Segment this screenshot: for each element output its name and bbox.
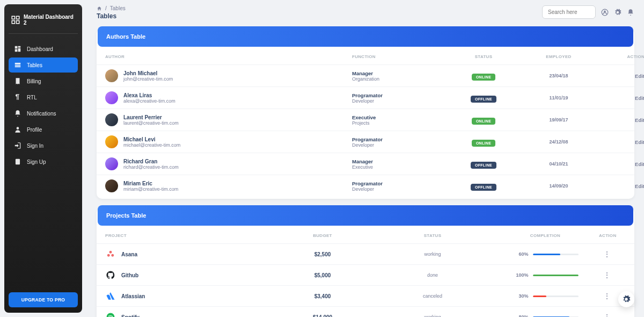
edit-button[interactable]: Edit	[602, 95, 644, 101]
crumb-separator: /	[105, 5, 107, 11]
budget-cell: $5,000	[272, 272, 374, 278]
brand-icon	[11, 15, 20, 25]
bell-icon[interactable]	[627, 9, 634, 16]
col-status: STATUS	[451, 54, 516, 59]
gear-icon[interactable]	[614, 9, 621, 16]
author-name: Michael Levi	[123, 136, 180, 142]
col-pstatus: STATUS	[374, 233, 492, 238]
employed-cell: 19/09/17	[516, 117, 602, 123]
sidebar-item-signup[interactable]: Sign Up	[9, 154, 78, 169]
edit-button[interactable]: Edit	[602, 183, 644, 189]
col-project: PROJECT	[105, 233, 272, 238]
edit-button[interactable]: Edit	[602, 161, 644, 167]
sidebar-item-label: Dashboard	[27, 46, 53, 52]
function-cell: ProgramatorDeveloper	[352, 136, 451, 148]
table-row: Laurent Perrierlaurent@creative-tim.comE…	[97, 109, 634, 131]
function-cell: ProgramatorDeveloper	[352, 92, 451, 104]
role: Manager	[352, 70, 451, 76]
sidebar-item-label: Billing	[27, 78, 41, 84]
status-badge: OFFLINE	[471, 162, 496, 169]
project-cell: Asana	[105, 249, 272, 260]
more-icon[interactable]: ⋮	[599, 292, 615, 300]
author-name: John Michael	[123, 70, 173, 76]
sidebar-item-billing[interactable]: Billing	[9, 74, 78, 89]
project-cell: Github	[105, 270, 272, 280]
svg-rect-1	[17, 16, 19, 19]
project-name: Github	[121, 272, 138, 278]
status-badge: OFFLINE	[471, 184, 496, 191]
role: Executive	[352, 114, 451, 120]
upgrade-button[interactable]: UPGRADE TO PRO	[9, 292, 78, 307]
pstatus-cell: canceled	[374, 293, 492, 299]
receipt-icon	[14, 77, 21, 85]
account-icon[interactable]	[601, 9, 609, 16]
dept: Projects	[352, 120, 451, 126]
pstatus-cell: working	[374, 314, 492, 317]
dashboard-icon	[14, 45, 21, 53]
sidebar-item-profile[interactable]: Profile	[9, 122, 78, 137]
settings-fab[interactable]	[618, 291, 634, 307]
employed-cell: 23/04/18	[516, 73, 602, 78]
status-cell: ONLINE	[451, 115, 516, 125]
home-icon[interactable]	[97, 6, 102, 11]
sidebar-item-rtl[interactable]: RTL	[9, 90, 78, 105]
status-badge: ONLINE	[472, 140, 495, 147]
svg-rect-2	[12, 21, 14, 24]
sidebar-item-label: RTL	[27, 95, 37, 100]
col-paction: ACTION	[599, 233, 615, 238]
avatar	[105, 91, 118, 104]
projects-card-title: Projects Table	[106, 212, 625, 219]
project-cell: Atlassian	[105, 291, 272, 301]
edit-button[interactable]: Edit	[602, 73, 644, 79]
role: Manager	[352, 158, 451, 164]
sidebar-item-label: Notifications	[27, 111, 56, 117]
author-cell: Laurent Perrierlaurent@creative-tim.com	[105, 113, 352, 126]
author-email: john@creative-tim.com	[123, 76, 173, 82]
projects-card-header: Projects Table	[98, 205, 633, 226]
edit-button[interactable]: Edit	[602, 139, 644, 145]
table-row: Michael Levimichael@creative-tim.comProg…	[97, 131, 634, 153]
sidebar-item-label: Profile	[27, 127, 42, 133]
dept: Executive	[352, 164, 451, 170]
projects-card: Projects Table PROJECT BUDGET STATUS COM…	[97, 207, 634, 317]
author-cell: Michael Levimichael@creative-tim.com	[105, 135, 352, 148]
table-row: Spotify$14,000working80%⋮	[97, 306, 634, 317]
more-icon[interactable]: ⋮	[599, 250, 615, 258]
more-icon[interactable]: ⋮	[599, 271, 615, 279]
sidebar-item-dashboard[interactable]: Dashboard	[9, 41, 78, 56]
authors-table: AUTHOR FUNCTION STATUS EMPLOYED ACTION J…	[97, 49, 634, 199]
status-cell: ONLINE	[451, 137, 516, 147]
avatar	[105, 157, 118, 170]
status-badge: ONLINE	[472, 74, 495, 81]
edit-button[interactable]: Edit	[602, 117, 644, 123]
project-name: Asana	[121, 251, 137, 257]
author-name: Alexa Liras	[123, 92, 175, 98]
more-icon[interactable]: ⋮	[599, 313, 615, 317]
topbar-right	[542, 5, 634, 19]
pstatus-cell: done	[374, 272, 492, 278]
role: Programator	[352, 136, 451, 142]
svg-rect-7	[15, 49, 18, 52]
crumb-current[interactable]: Tables	[110, 5, 126, 11]
col-employed: EMPLOYED	[516, 54, 602, 59]
table-row: Atlassian$3,400canceled30%⋮	[97, 285, 634, 306]
sidebar-item-notifications[interactable]: Notifications	[9, 106, 78, 121]
author-cell: Alexa Lirasalexa@creative-tim.com	[105, 91, 352, 104]
sidebar-item-label: Sign Up	[27, 159, 46, 165]
function-cell: ManagerOrganization	[352, 70, 451, 82]
status-badge: ONLINE	[472, 118, 495, 125]
sidebar-item-signin[interactable]: Sign In	[9, 138, 78, 153]
search-input[interactable]	[542, 5, 596, 19]
author-cell: Miriam Ericmiriam@creative-tim.com	[105, 179, 352, 192]
project-cell: Spotify	[105, 312, 272, 317]
author-name: Laurent Perrier	[123, 114, 179, 120]
svg-rect-6	[18, 48, 21, 52]
role: Programator	[352, 181, 451, 186]
status-cell: OFFLINE	[451, 93, 516, 103]
brand-name: Material Dashboard 2	[24, 14, 76, 26]
projects-table-head: PROJECT BUDGET STATUS COMPLETION ACTION	[97, 228, 634, 243]
table-row: Richard Granrichard@creative-tim.comMana…	[97, 153, 634, 175]
budget-cell: $2,500	[272, 251, 374, 257]
employed-cell: 11/01/19	[516, 95, 602, 100]
sidebar-item-tables[interactable]: Tables	[9, 57, 78, 73]
